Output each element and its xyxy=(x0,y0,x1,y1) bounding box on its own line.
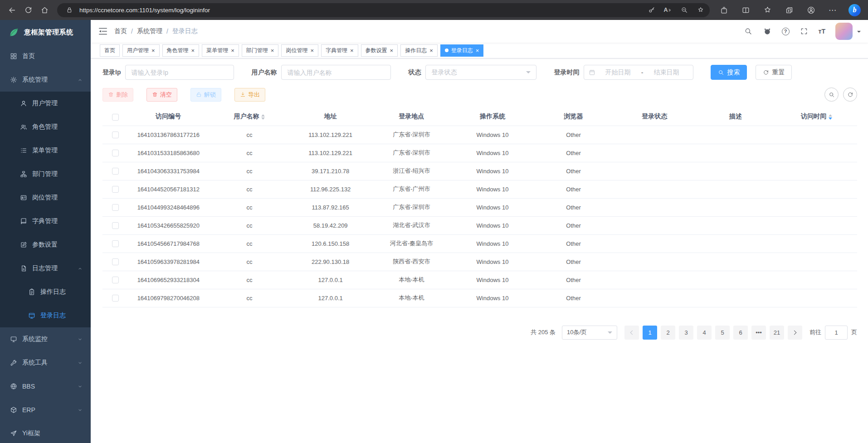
user-name-input[interactable] xyxy=(281,65,391,80)
sidebar-item-menu-management[interactable]: 菜单管理 xyxy=(0,139,91,162)
row-checkbox[interactable] xyxy=(112,150,119,156)
row-checkbox[interactable] xyxy=(112,204,119,211)
sidebar-item-role-management[interactable]: 角色管理 xyxy=(0,115,91,139)
login-ip-input[interactable] xyxy=(125,65,234,80)
tab-close-icon[interactable]: × xyxy=(390,48,394,54)
header-login-location[interactable]: 登录地点 xyxy=(371,108,452,126)
status-select[interactable]: 登录状态 xyxy=(425,65,536,80)
row-checkbox[interactable] xyxy=(112,131,119,138)
sidebar-item-system-management[interactable]: 系统管理 xyxy=(0,68,91,92)
tab-close-icon[interactable]: × xyxy=(231,48,234,54)
header-browser[interactable]: 浏览器 xyxy=(533,108,614,126)
sidebar-item-param-settings[interactable]: 参数设置 xyxy=(0,233,91,257)
split-screen-button[interactable] xyxy=(740,3,751,17)
row-checkbox[interactable] xyxy=(112,186,119,193)
export-button[interactable]: 导出 xyxy=(234,88,265,102)
page-button[interactable]: 1 xyxy=(643,326,657,340)
url-text[interactable]: https://ccnetcore.com:1101/system/log/lo… xyxy=(79,7,642,14)
app-logo[interactable]: 意框架管理系统 xyxy=(0,20,91,44)
extensions-button[interactable] xyxy=(718,3,730,17)
reset-button[interactable]: 重置 xyxy=(756,65,792,80)
search-button[interactable]: 搜索 xyxy=(711,65,747,80)
sidebar-item-dict-management[interactable]: 字典管理 xyxy=(0,209,91,233)
tab-param-settings[interactable]: 参数设置 × xyxy=(361,44,398,57)
sidebar-item-system-monitor[interactable]: 系统监控 xyxy=(0,327,91,351)
sidebar-item-user-management[interactable]: 用户管理 xyxy=(0,92,91,115)
zoom-button[interactable] xyxy=(678,4,691,16)
tab-department-management[interactable]: 部门管理 × xyxy=(242,44,279,57)
page-button[interactable]: 4 xyxy=(697,326,712,340)
row-checkbox[interactable] xyxy=(112,240,119,247)
sort-carets[interactable] xyxy=(829,114,832,120)
tab-close-icon[interactable]: × xyxy=(151,48,155,54)
tab-close-icon[interactable]: × xyxy=(191,48,195,54)
page-button[interactable]: 2 xyxy=(661,326,675,340)
tab-dict-management[interactable]: 字典管理 × xyxy=(321,44,358,57)
select-all-checkbox[interactable] xyxy=(112,114,119,121)
browser-profile-button[interactable] xyxy=(805,3,817,17)
tab-close-icon[interactable]: × xyxy=(271,48,274,54)
unlock-button[interactable]: 解锁 xyxy=(190,88,221,102)
sidebar-item-erp[interactable]: ERP xyxy=(0,398,91,422)
row-checkbox[interactable] xyxy=(112,258,119,265)
header-address[interactable]: 地址 xyxy=(290,108,371,126)
login-time-range-picker[interactable]: 开始日期 - 结束日期 xyxy=(584,65,693,80)
page-button[interactable]: 5 xyxy=(715,326,730,340)
goto-page-input[interactable] xyxy=(825,326,848,340)
header-visit-time[interactable]: 访问时间 xyxy=(776,108,857,126)
pager-ellipsis-button[interactable]: ••• xyxy=(751,326,766,340)
browser-refresh-button[interactable] xyxy=(20,2,36,18)
page-button[interactable]: 6 xyxy=(733,326,748,340)
header-user-name[interactable]: 用户名称 xyxy=(209,108,290,126)
user-avatar[interactable] xyxy=(835,23,853,40)
page-button[interactable]: 3 xyxy=(679,326,693,340)
browser-back-button[interactable] xyxy=(4,2,20,18)
header-search-button[interactable] xyxy=(744,27,753,36)
header-login-status[interactable]: 登录状态 xyxy=(614,108,695,126)
help-button[interactable]: ? xyxy=(782,28,790,35)
breadcrumb-system-management[interactable]: 系统管理 xyxy=(137,27,162,35)
header-os[interactable]: 操作系统 xyxy=(452,108,533,126)
collections-button[interactable] xyxy=(783,3,795,17)
favorites-button[interactable] xyxy=(761,3,773,17)
clear-button[interactable]: 清空 xyxy=(146,88,177,102)
address-bar[interactable]: https://ccnetcore.com:1101/system/log/lo… xyxy=(57,3,710,17)
sidebar-item-operation-log[interactable]: 操作日志 xyxy=(0,280,91,304)
delete-button[interactable]: 删除 xyxy=(102,88,133,102)
font-size-button[interactable]: тT xyxy=(819,28,825,35)
row-checkbox[interactable] xyxy=(112,168,119,175)
sidebar-item-post-management[interactable]: 岗位管理 xyxy=(0,186,91,209)
sidebar-item-department-management[interactable]: 部门管理 xyxy=(0,162,91,186)
sidebar-toggle-icon[interactable] xyxy=(98,26,108,36)
next-page-button[interactable] xyxy=(788,326,802,340)
password-key-icon[interactable] xyxy=(645,4,658,16)
sidebar-item-system-tools[interactable]: 系统工具 xyxy=(0,351,91,375)
sort-carets[interactable] xyxy=(261,114,265,120)
tab-operation-log[interactable]: 操作日志 × xyxy=(400,44,438,57)
github-link[interactable] xyxy=(763,27,772,36)
prev-page-button[interactable] xyxy=(624,326,639,340)
page-size-select[interactable]: 10条/页 xyxy=(562,326,617,340)
browser-home-button[interactable] xyxy=(36,2,53,18)
row-checkbox[interactable] xyxy=(112,295,119,302)
tab-post-management[interactable]: 岗位管理 × xyxy=(281,44,318,57)
read-aloud-button[interactable]: A xyxy=(662,4,674,16)
sidebar-item-log-management[interactable]: 日志管理 xyxy=(0,257,91,280)
tab-login-log[interactable]: 登录日志 × xyxy=(440,44,484,57)
tab-close-icon[interactable]: × xyxy=(476,48,479,54)
browser-settings-button[interactable]: ⋯ xyxy=(827,3,839,17)
refresh-table-button[interactable] xyxy=(843,88,857,102)
sidebar-item-bbs[interactable]: BBS xyxy=(0,375,91,398)
site-security-icon[interactable] xyxy=(63,4,76,16)
tab-menu-management[interactable]: 菜单管理 × xyxy=(202,44,239,57)
tab-close-icon[interactable]: × xyxy=(350,48,354,54)
sidebar-item-home[interactable]: 首页 xyxy=(0,44,91,68)
tab-close-icon[interactable]: × xyxy=(429,48,433,54)
breadcrumb-home[interactable]: 首页 xyxy=(114,27,127,35)
tab-user-management[interactable]: 用户管理 × xyxy=(122,44,160,57)
page-button[interactable]: 21 xyxy=(770,326,784,340)
tab-home[interactable]: 首页 xyxy=(100,44,120,57)
copilot-button[interactable]: b xyxy=(848,4,861,16)
tab-close-icon[interactable]: × xyxy=(310,48,314,54)
fullscreen-button[interactable] xyxy=(800,27,809,36)
